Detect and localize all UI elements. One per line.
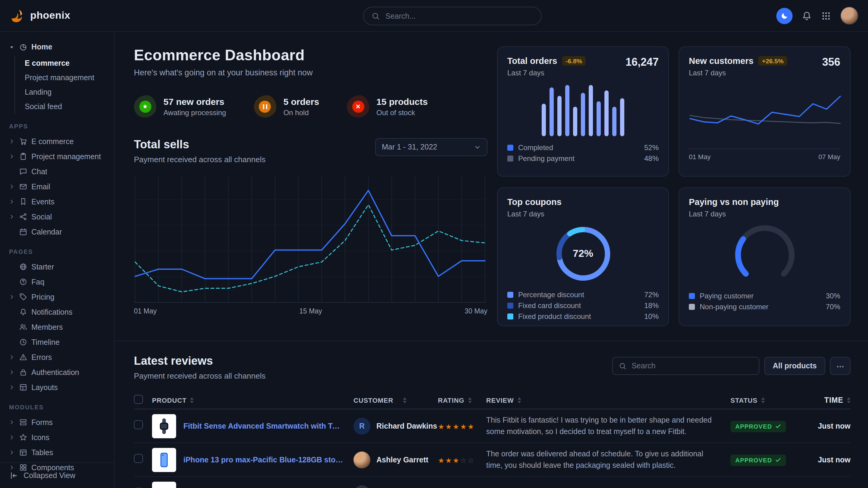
sort-icon	[761, 397, 765, 403]
sort-icon	[468, 397, 472, 403]
stat-value: 57 new orders	[163, 96, 226, 106]
legend-swatch	[507, 314, 513, 320]
product-thumbnail[interactable]	[152, 448, 176, 472]
sidebar-item-email[interactable]: Email	[8, 179, 109, 194]
stat-value: 5 orders	[283, 96, 319, 106]
card-period: Last 7 days	[507, 69, 586, 77]
card-title: New customers	[689, 56, 753, 66]
caret-down-icon	[9, 44, 14, 50]
stat-new-orders: ★ 57 new orders Awating processing	[134, 95, 226, 118]
chat-bubble-icon	[19, 168, 27, 175]
theme-toggle-button[interactable]	[776, 7, 793, 24]
user-avatar[interactable]	[840, 7, 858, 25]
product-link[interactable]: Fitbit Sense Advanced Smartwatch with To…	[183, 422, 344, 430]
lock-icon	[19, 368, 27, 376]
chevron-right-icon	[9, 450, 14, 455]
chevron-right-icon	[9, 184, 14, 189]
circle-question-icon	[19, 278, 27, 286]
sidebar-item-project-management-dashboard[interactable]: Project management	[25, 70, 109, 85]
sidebar-item-timeline[interactable]: Timeline	[8, 334, 109, 350]
paying-vs-non-paying-card: Paying vs non paying Last 7 days Paying …	[679, 188, 850, 326]
column-review[interactable]: REVIEW	[486, 396, 514, 403]
sidebar-item-authentication[interactable]: Authentication	[8, 365, 109, 380]
table-header: PRODUCT CUSTOMER RATING REVIEW STATUS TI…	[134, 391, 850, 409]
sidebar: Home E commerce Project management Landi…	[0, 32, 115, 488]
select-all-checkbox[interactable]	[134, 395, 143, 404]
sidebar-item-events[interactable]: Events	[8, 194, 109, 209]
global-search-input[interactable]	[385, 12, 533, 20]
column-customer[interactable]: CUSTOMER	[353, 396, 393, 403]
navbar-actions	[776, 7, 858, 25]
chevron-right-icon	[9, 355, 14, 360]
column-time[interactable]: TIME	[824, 396, 843, 404]
product-link[interactable]: iPhone 13 pro max-Pacific Blue-128GB sto…	[183, 455, 344, 464]
search-icon	[372, 12, 380, 20]
page-title: Ecommerce Dashboard	[134, 46, 487, 64]
ecommerce-dashboard-page: phoenix Home E commerce Proj	[0, 0, 868, 488]
sidebar-item-ecommerce[interactable]: E commerce	[8, 134, 109, 149]
row-checkbox[interactable]	[134, 420, 143, 429]
sidebar-item-icons[interactable]: Icons	[8, 430, 109, 445]
sidebar-item-label: Home	[31, 43, 52, 51]
sidebar-item-ecommerce-dashboard[interactable]: E commerce	[25, 56, 109, 70]
legend-item: Non-paying customer 70%	[689, 301, 840, 312]
sidebar-item-landing[interactable]: Landing	[25, 85, 109, 99]
sidebar-item-starter[interactable]: Starter	[8, 259, 109, 274]
column-status[interactable]: STATUS	[731, 396, 757, 403]
total-sells-chart-area: 01 May 15 May 30 May	[134, 174, 487, 317]
sidebar-section-pages: PAGES	[9, 248, 109, 255]
apps-menu-button[interactable]	[821, 10, 831, 21]
sidebar-item-social-feed[interactable]: Social feed	[25, 99, 109, 114]
table-grid-icon	[19, 449, 27, 456]
sidebar-item-calendar[interactable]: Calendar	[8, 224, 109, 239]
latest-reviews-section: Latest reviews Payment received across a…	[134, 341, 850, 488]
column-rating[interactable]: RATING	[438, 396, 464, 403]
sort-icon	[847, 397, 850, 403]
column-product[interactable]: PRODUCT	[152, 396, 186, 403]
grid-9-icon	[821, 10, 831, 21]
chevron-down-icon	[474, 144, 481, 151]
sidebar-item-notifications[interactable]: Notifications	[8, 304, 109, 320]
moon-icon	[780, 11, 789, 20]
legend-item: Fixed product discount 10%	[507, 311, 659, 322]
legend-item: Fixed card discount 18%	[507, 300, 659, 311]
sidebar-item-project-management[interactable]: Project management	[8, 149, 109, 164]
iphone-image	[156, 451, 173, 468]
brand[interactable]: phoenix	[10, 8, 70, 24]
collapsed-view-toggle[interactable]: Collapsed View	[0, 462, 114, 488]
bell-icon	[802, 10, 812, 21]
product-thumbnail[interactable]	[152, 414, 176, 438]
row-checkbox[interactable]	[134, 454, 143, 463]
sidebar-item-social[interactable]: Social	[8, 209, 109, 224]
notifications-button[interactable]	[802, 10, 812, 21]
sort-icon	[190, 397, 194, 403]
sidebar-item-faq[interactable]: Faq	[8, 274, 109, 289]
sidebar-item-layouts[interactable]: Layouts	[8, 380, 109, 395]
total-orders-bar-chart	[507, 82, 659, 136]
sidebar-item-pricing[interactable]: Pricing	[8, 289, 109, 304]
sidebar-item-home[interactable]: Home	[8, 39, 109, 55]
rating-stars: ★★★☆☆	[438, 454, 475, 464]
trend-badge: +26.5%	[758, 56, 787, 66]
stat-caption: Awating processing	[163, 108, 226, 117]
legend-swatch	[689, 293, 695, 299]
product-thumbnail[interactable]	[152, 481, 176, 488]
reviews-search-input[interactable]	[631, 362, 753, 370]
sidebar-item-tables[interactable]: Tables	[8, 445, 109, 460]
date-range-select[interactable]: Mar 1 - 31, 2022	[375, 138, 487, 156]
envelope-icon	[19, 183, 27, 191]
all-products-button[interactable]: All products	[764, 357, 825, 375]
table-row	[134, 477, 850, 488]
sidebar-item-members[interactable]: Members	[8, 320, 109, 334]
global-search	[363, 7, 542, 25]
more-options-button[interactable]: ⋯	[830, 357, 850, 375]
sidebar-item-chat[interactable]: Chat	[8, 164, 109, 179]
card-value: 16,247	[625, 56, 659, 69]
sidebar-item-forms[interactable]: Forms	[8, 415, 109, 430]
check-icon	[775, 457, 781, 463]
chevron-right-icon	[9, 199, 14, 204]
table-row: Fitbit Sense Advanced Smartwatch with To…	[134, 409, 850, 443]
status-badge: APPROVED	[731, 454, 786, 466]
sidebar-item-errors[interactable]: Errors	[8, 350, 109, 365]
review-time: Just now	[804, 422, 850, 430]
